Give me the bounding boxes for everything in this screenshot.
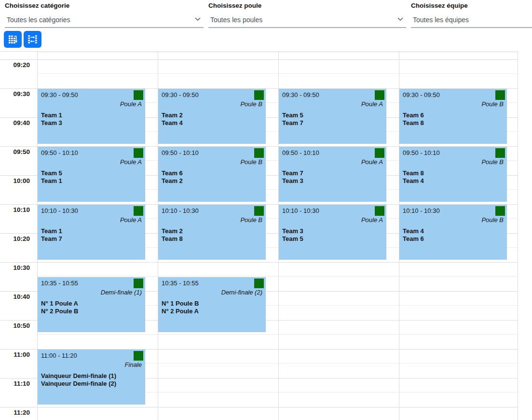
equipe-select[interactable]: Toutes les équipes	[411, 14, 532, 28]
filter-poule-label: Choisissez poule	[208, 1, 406, 10]
category-select[interactable]: Toutes les catégories	[5, 14, 204, 28]
event-time: 09:30 - 09:50	[41, 91, 142, 99]
event-card[interactable]: 09:50 - 10:10Poule ATeam 7Team 3	[279, 147, 386, 202]
event-teams: Vainqueur Demi-finale (1)Vainqueur Demi-…	[41, 372, 142, 387]
match-status-square-icon	[254, 90, 264, 100]
event-team: Team 1	[41, 177, 142, 185]
event-teams: Team 2Team 4	[162, 112, 262, 126]
event-time: 10:35 - 10:55	[162, 280, 262, 287]
time-label: 09:40	[0, 119, 34, 126]
equipe-select-value: Toutes les équipes	[411, 14, 532, 25]
event-teams: Team 1Team 3	[41, 112, 142, 126]
time-label: 10:40	[0, 293, 34, 300]
tournament-schedule-page: Choisissez catégorie Toutes les catégori…	[0, 0, 532, 420]
chevron-down-icon	[397, 17, 403, 21]
event-group-label: Poule B	[162, 216, 262, 224]
event-team: Team 8	[403, 169, 504, 177]
event-card[interactable]: 10:10 - 10:30Poule ATeam 1Team 7	[38, 205, 145, 260]
chevron-down-icon	[195, 17, 201, 21]
event-card[interactable]: 09:50 - 10:10Poule ATeam 5Team 1	[38, 147, 145, 202]
event-card[interactable]: 11:00 - 11:20FinaleVainqueur Demi-finale…	[38, 350, 145, 405]
event-team: Team 2	[162, 177, 262, 185]
event-team: Team 3	[282, 177, 383, 185]
event-team: Team 8	[403, 119, 504, 127]
event-time: 09:30 - 09:50	[282, 91, 383, 99]
swap-view-button[interactable]	[24, 31, 41, 48]
event-team: Team 8	[162, 235, 262, 243]
event-card[interactable]: 09:30 - 09:50Poule BTeam 6Team 8	[399, 89, 507, 144]
filter-equipe: Choisissez équipe Toutes les équipes	[411, 1, 532, 28]
match-status-square-icon	[375, 206, 384, 216]
grid-column-divider	[518, 51, 518, 420]
time-label: 09:20	[0, 61, 34, 69]
event-group-label: Poule B	[403, 158, 504, 166]
grid-view-button[interactable]	[4, 31, 22, 48]
time-label: 10:00	[0, 177, 34, 184]
event-team: N° 1 Poule B	[162, 300, 262, 308]
event-team: N° 2 Poule A	[162, 308, 262, 315]
event-card[interactable]: 09:50 - 10:10Poule BTeam 8Team 4	[399, 147, 507, 202]
event-group-label: Poule A	[41, 158, 142, 166]
event-team: Team 4	[403, 227, 504, 235]
event-team: Team 5	[282, 235, 383, 243]
event-time: 09:50 - 10:10	[282, 149, 383, 157]
event-team: Team 5	[282, 112, 383, 119]
event-team: Vainqueur Demi-finale (2)	[41, 380, 142, 388]
event-team: Team 3	[282, 227, 383, 235]
event-time: 10:10 - 10:30	[403, 207, 504, 215]
event-group-label: Poule A	[41, 216, 142, 224]
event-team: Team 1	[41, 112, 142, 119]
event-time: 09:50 - 10:10	[403, 149, 504, 157]
event-card[interactable]: 10:35 - 10:55Demi-finale (1)N° 1 Poule A…	[38, 277, 145, 332]
event-group-label: Demi-finale (2)	[162, 289, 262, 296]
time-label: 09:30	[0, 90, 34, 98]
event-card[interactable]: 10:35 - 10:55Demi-finale (2)N° 1 Poule B…	[158, 277, 266, 332]
match-status-square-icon	[254, 148, 264, 158]
poule-select-value: Toutes les poules	[208, 14, 406, 25]
event-group-label: Poule A	[41, 100, 142, 108]
time-label: 11:20	[0, 409, 34, 416]
filter-category-label: Choisissez catégorie	[5, 1, 204, 10]
event-time: 09:30 - 09:50	[403, 91, 504, 99]
event-group-label: Finale	[41, 361, 142, 369]
event-teams: Team 5Team 7	[282, 112, 383, 126]
time-label: 10:50	[0, 322, 34, 329]
event-teams: Team 5Team 1	[41, 169, 142, 184]
event-group-label: Poule B	[403, 100, 504, 108]
event-time: 10:35 - 10:55	[41, 280, 142, 287]
event-group-label: Poule B	[403, 216, 504, 224]
event-teams: Team 4Team 6	[403, 227, 504, 242]
event-teams: Team 1Team 7	[41, 227, 142, 242]
time-label: 10:10	[0, 206, 34, 213]
event-time: 11:00 - 11:20	[41, 352, 142, 360]
event-team: Team 1	[41, 227, 142, 235]
match-status-square-icon	[134, 90, 143, 100]
filter-poule: Choisissez poule Toutes les poules	[208, 1, 406, 28]
event-card[interactable]: 09:30 - 09:50Poule BTeam 2Team 4	[158, 89, 266, 144]
event-group-label: Demi-finale (1)	[41, 289, 142, 296]
time-label: 10:30	[0, 264, 34, 271]
match-status-square-icon	[134, 351, 143, 361]
event-card[interactable]: 10:10 - 10:30Poule ATeam 3Team 5	[279, 205, 386, 260]
poule-select[interactable]: Toutes les poules	[208, 14, 406, 28]
event-time: 10:10 - 10:30	[282, 207, 383, 215]
event-card[interactable]: 09:30 - 09:50Poule ATeam 1Team 3	[38, 89, 145, 144]
event-group-label: Poule A	[282, 158, 383, 166]
event-team: N° 1 Poule A	[41, 300, 142, 308]
event-card[interactable]: 09:50 - 10:10Poule BTeam 6Team 2	[158, 147, 266, 202]
match-status-square-icon	[254, 279, 264, 288]
event-team: Team 2	[162, 227, 262, 235]
event-card[interactable]: 10:10 - 10:30Poule BTeam 4Team 6	[399, 205, 507, 260]
time-label: 10:20	[0, 235, 34, 242]
filter-equipe-label: Choisissez équipe	[411, 1, 532, 10]
event-time: 10:10 - 10:30	[41, 207, 142, 215]
event-card[interactable]: 09:30 - 09:50Poule ATeam 5Team 7	[279, 89, 386, 144]
event-card[interactable]: 10:10 - 10:30Poule BTeam 2Team 8	[158, 205, 266, 260]
match-status-square-icon	[495, 206, 505, 216]
view-toolbar	[4, 31, 41, 48]
event-team: Team 5	[41, 169, 142, 177]
event-group-label: Poule B	[162, 100, 262, 108]
match-status-square-icon	[375, 148, 384, 158]
event-team: Team 4	[403, 177, 504, 185]
match-status-square-icon	[375, 90, 384, 100]
